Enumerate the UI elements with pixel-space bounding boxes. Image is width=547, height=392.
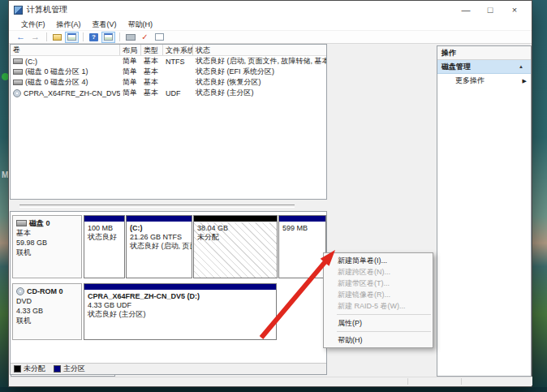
menu-view[interactable]: 查看(V) xyxy=(87,19,123,30)
cell-status: 状态良好 (恢复分区) xyxy=(193,77,326,88)
partition-label: CPRA_X64FRE_ZH-CN_DV5 (D:) xyxy=(88,292,273,301)
menu-properties[interactable]: 属性(P) xyxy=(324,317,433,329)
menu-new-raid5-volume: 新建 RAID-5 卷(W)... xyxy=(324,300,433,312)
properties-form-icon[interactable] xyxy=(153,32,166,43)
partition-status: 未分配 xyxy=(197,233,274,242)
volume-row-partition4[interactable]: (磁盘 0 磁盘分区 4) 简单 基本 状态良好 (恢复分区) xyxy=(11,77,326,88)
col-volume[interactable]: 卷 xyxy=(11,45,120,55)
cd-icon xyxy=(16,287,24,295)
volume-list: 卷 布局 类型 文件系统 状态 (C:) 简单 基本 NTFS 状态良好 (启动… xyxy=(10,44,327,200)
menubar: 文件(F) 操作(A) 查看(V) 帮助(H) xyxy=(9,19,532,31)
toolbar-separator xyxy=(119,32,120,41)
menu-new-simple-volume[interactable]: 新建简单卷(I)... xyxy=(324,255,433,266)
partition-size: 4.33 GB UDF xyxy=(88,301,273,310)
toolbar: ← → ? ✓ xyxy=(9,31,532,44)
cell-type: 基本 xyxy=(141,56,163,67)
col-status[interactable]: 状态 xyxy=(193,45,326,55)
disk-management-view: 卷 布局 类型 文件系统 状态 (C:) 简单 基本 NTFS 状态良好 (启动… xyxy=(10,44,329,375)
disk0-header[interactable]: 磁盘 0 基本 59.98 GB 联机 xyxy=(12,215,82,278)
show-action-pane-icon[interactable] xyxy=(101,32,115,43)
legend-unallocated-label: 未分配 xyxy=(24,364,45,374)
statusbar-divider xyxy=(407,378,408,385)
maximize-button[interactable]: □ xyxy=(478,2,502,18)
cell-status: 状态良好 (EFI 系统分区) xyxy=(193,67,326,77)
disk0-row: 磁盘 0 基本 59.98 GB 联机 100 MB 状态良好 xyxy=(12,215,326,278)
disk0-type: 基本 xyxy=(16,228,78,238)
forward-icon[interactable]: → xyxy=(28,32,42,43)
volume-name: (C:) xyxy=(25,58,37,66)
partition-color-bar xyxy=(279,216,325,222)
partition-color-bar xyxy=(84,284,276,290)
help-icon[interactable]: ? xyxy=(87,32,101,43)
actions-header: 操作 xyxy=(437,46,531,60)
cell-layout: 简单 xyxy=(120,77,141,88)
remote-screen-icon[interactable] xyxy=(123,32,137,43)
cell-type: 基本 xyxy=(141,88,163,98)
back-icon[interactable]: ← xyxy=(14,32,28,43)
cell-type: 基本 xyxy=(141,77,163,88)
partition-efi[interactable]: 100 MB 状态良好 xyxy=(84,215,125,278)
partition-color-bar xyxy=(127,216,192,222)
menu-help[interactable]: 帮助(H) xyxy=(324,334,433,346)
more-actions-item[interactable]: 更多操作 ▶ xyxy=(437,74,531,88)
volume-row-c[interactable]: (C:) 简单 基本 NTFS 状态良好 (启动, 页面文件, 故障转储, 基本… xyxy=(11,56,326,67)
graphical-view: 磁盘 0 基本 59.98 GB 联机 100 MB 状态良好 xyxy=(10,211,327,375)
volume-row-partition1[interactable]: (磁盘 0 磁盘分区 1) 简单 基本 状态良好 (EFI 系统分区) xyxy=(11,67,326,77)
cdrom0-name: CD-ROM 0 xyxy=(27,286,63,296)
volume-icon xyxy=(13,80,23,85)
volume-name: (磁盘 0 磁盘分区 1) xyxy=(25,67,88,77)
partition-unallocated[interactable]: 38.04 GB 未分配 xyxy=(193,215,278,278)
horizontal-splitter[interactable] xyxy=(10,200,327,211)
show-console-tree-icon[interactable] xyxy=(50,32,64,43)
cd-icon xyxy=(13,89,21,97)
partition-size: 38.04 GB xyxy=(197,224,274,233)
toolbar-separator xyxy=(46,32,47,41)
verify-check-icon[interactable]: ✓ xyxy=(138,32,152,43)
cell-status: 状态良好 (启动, 页面文件, 故障转储, 基本数据分区) xyxy=(193,56,326,67)
volume-row-dvd[interactable]: CPRA_X64FRE_ZH-CN_DV5 (D:) 简单 基本 UDF 状态良… xyxy=(11,88,326,98)
menu-new-spanned-volume: 新建跨区卷(N)... xyxy=(324,266,433,278)
menu-new-striped-volume: 新建带区卷(T)... xyxy=(324,278,433,289)
disk0-status: 联机 xyxy=(16,248,78,257)
disk0-name: 磁盘 0 xyxy=(29,218,50,228)
cell-fs: NTFS xyxy=(163,58,193,66)
partition-recovery[interactable]: 599 MB xyxy=(278,215,326,278)
col-layout[interactable]: 布局 xyxy=(120,45,141,55)
actions-group-disk-management[interactable]: 磁盘管理 ▲ xyxy=(437,60,531,74)
partition-dvd[interactable]: CPRA_X64FRE_ZH-CN_DV5 (D:) 4.33 GB UDF 状… xyxy=(84,283,277,340)
volume-name: CPRA_X64FRE_ZH-CN_DV5 (D:) xyxy=(24,89,120,97)
cell-status: 状态良好 (主分区) xyxy=(193,88,326,98)
menu-help[interactable]: 帮助(H) xyxy=(123,19,159,30)
menu-new-mirrored-volume: 新建镜像卷(R)... xyxy=(324,289,433,300)
primary-partition-swatch xyxy=(54,365,61,373)
cell-layout: 简单 xyxy=(120,67,141,77)
partition-color-bar xyxy=(194,216,277,222)
statusbar xyxy=(10,377,532,386)
partition-size: 21.26 GB NTFS xyxy=(130,233,188,242)
console-window-icon[interactable] xyxy=(65,32,79,43)
titlebar[interactable]: 计算机管理 — □ × xyxy=(9,1,532,19)
volume-name: (磁盘 0 磁盘分区 4) xyxy=(25,77,88,88)
cell-layout: 简单 xyxy=(120,88,141,98)
partition-size: 599 MB xyxy=(282,224,322,233)
cell-type: 基本 xyxy=(141,67,163,77)
col-filesystem[interactable]: 文件系统 xyxy=(163,45,193,55)
close-button[interactable]: × xyxy=(502,2,527,18)
statusbar-divider xyxy=(461,378,462,385)
cdrom0-header[interactable]: CD-ROM 0 DVD 4.33 GB 联机 xyxy=(12,283,82,340)
submenu-arrow-icon: ▶ xyxy=(523,78,527,84)
actions-pane: 操作 磁盘管理 ▲ 更多操作 ▶ xyxy=(437,45,532,377)
menu-separator xyxy=(337,331,431,332)
app-icon xyxy=(14,6,23,15)
partition-c[interactable]: (C:) 21.26 GB NTFS 状态良好 (启动, 页面文件 xyxy=(126,215,192,278)
collapse-icon[interactable]: ▲ xyxy=(515,62,527,71)
cdrom0-type: DVD xyxy=(16,296,78,306)
menu-action[interactable]: 操作(A) xyxy=(51,19,87,30)
minimize-button[interactable]: — xyxy=(454,2,478,18)
unallocated-swatch xyxy=(14,365,21,373)
context-menu: 新建简单卷(I)... 新建跨区卷(N)... 新建带区卷(T)... 新建镜像… xyxy=(323,252,433,348)
menu-file[interactable]: 文件(F) xyxy=(15,19,51,30)
menu-separator xyxy=(337,314,431,315)
col-type[interactable]: 类型 xyxy=(141,45,163,55)
cdrom0-row: CD-ROM 0 DVD 4.33 GB 联机 CPRA_X64FRE_ZH-C… xyxy=(12,283,326,340)
